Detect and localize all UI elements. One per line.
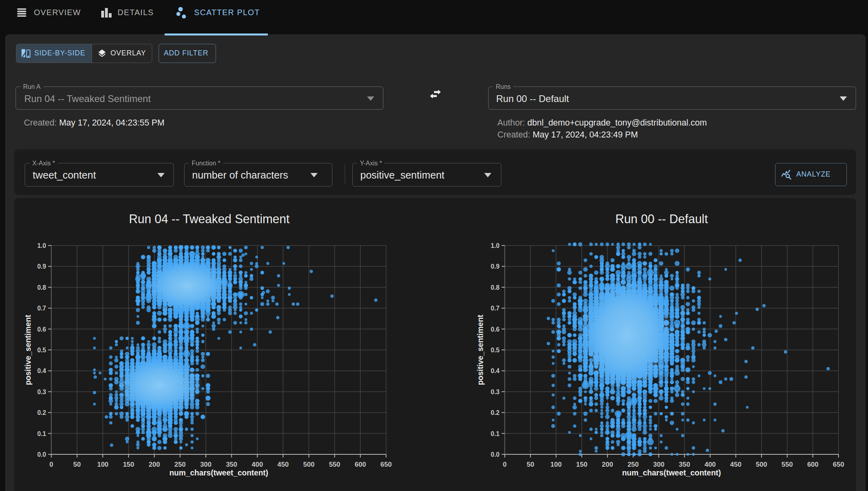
svg-text:200: 200 [149,461,160,468]
svg-text:600: 600 [355,461,366,468]
svg-text:350: 350 [226,461,237,468]
svg-text:num_chars(tweet_content): num_chars(tweet_content) [622,468,721,477]
svg-text:0.7: 0.7 [37,305,46,312]
svg-text:100: 100 [97,461,108,468]
svg-text:positive_sentiment: positive_sentiment [476,314,485,385]
svg-text:0.5: 0.5 [37,347,46,354]
svg-text:0.3: 0.3 [491,389,499,395]
svg-text:0.6: 0.6 [491,326,499,333]
svg-text:0: 0 [503,461,507,468]
svg-text:350: 350 [679,461,690,468]
svg-text:0.1: 0.1 [37,430,46,437]
svg-text:0.9: 0.9 [37,263,46,270]
svg-text:50: 50 [73,461,81,468]
svg-text:Run 00 -- Default: Run 00 -- Default [615,212,708,226]
svg-text:550: 550 [329,461,340,468]
svg-text:600: 600 [807,461,818,468]
svg-text:0.3: 0.3 [37,389,46,395]
svg-text:650: 650 [381,461,392,468]
svg-text:400: 400 [252,461,263,468]
svg-text:100: 100 [550,461,562,468]
svg-text:150: 150 [123,461,134,468]
svg-text:500: 500 [756,461,767,468]
svg-text:50: 50 [526,461,534,468]
svg-text:0.4: 0.4 [491,367,499,374]
svg-text:400: 400 [705,461,716,468]
svg-text:0.0: 0.0 [37,451,46,458]
svg-text:0.2: 0.2 [491,409,499,416]
svg-text:0.1: 0.1 [491,430,499,437]
svg-text:0.4: 0.4 [37,367,46,374]
svg-text:550: 550 [782,461,793,468]
svg-text:0: 0 [49,461,53,468]
svg-text:450: 450 [730,461,741,468]
svg-text:1.0: 1.0 [491,242,499,249]
svg-text:0.0: 0.0 [491,451,499,458]
svg-text:650: 650 [833,461,844,468]
svg-text:0.5: 0.5 [491,347,499,354]
svg-text:1.0: 1.0 [37,242,46,249]
svg-text:500: 500 [303,461,314,468]
svg-text:150: 150 [576,461,587,468]
svg-text:300: 300 [200,461,211,468]
svg-text:250: 250 [175,461,186,468]
svg-text:0.2: 0.2 [37,409,46,416]
svg-text:positive_sentiment: positive_sentiment [24,314,32,385]
svg-text:Run 04 -- Tweaked Sentiment: Run 04 -- Tweaked Sentiment [129,212,290,226]
svg-text:450: 450 [277,461,289,468]
svg-text:0.8: 0.8 [37,284,46,291]
svg-text:250: 250 [627,461,638,468]
svg-text:300: 300 [653,461,664,468]
svg-text:0.6: 0.6 [37,326,46,333]
svg-text:0.8: 0.8 [491,284,499,291]
svg-text:0.7: 0.7 [491,305,499,312]
svg-text:0.9: 0.9 [491,263,499,270]
svg-text:num_chars(tweet_content): num_chars(tweet_content) [169,468,268,477]
svg-text:200: 200 [602,461,613,468]
